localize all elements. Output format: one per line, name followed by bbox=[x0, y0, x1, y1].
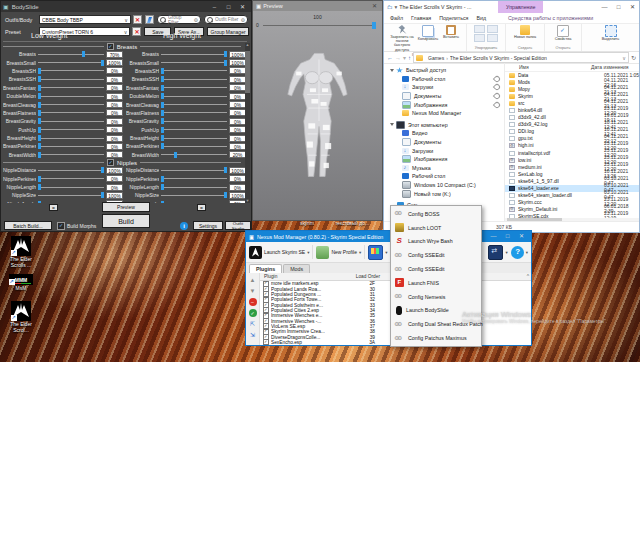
high-value-box[interactable]: 0 bbox=[229, 143, 246, 150]
body-mesh-figure[interactable] bbox=[281, 46, 357, 196]
high-value-box[interactable]: 0 bbox=[229, 126, 246, 133]
build-button[interactable]: Build bbox=[102, 214, 150, 228]
high-slider[interactable] bbox=[161, 134, 227, 142]
slider-handle[interactable] bbox=[161, 102, 164, 108]
clear-outfit-button[interactable]: ✕ bbox=[133, 15, 142, 24]
slider-handle[interactable] bbox=[161, 135, 164, 141]
high-slider[interactable] bbox=[161, 92, 227, 100]
slider-handle[interactable] bbox=[38, 85, 41, 91]
enable-plugin-icon[interactable]: ✓ bbox=[249, 309, 257, 317]
slider-handle[interactable] bbox=[38, 76, 41, 82]
slider-handle[interactable] bbox=[224, 192, 227, 198]
nav-item[interactable]: Рабочий стол bbox=[384, 75, 504, 84]
outfit-filter-input[interactable]: Outfit Filter ⚙ bbox=[204, 15, 248, 24]
chevron-icon[interactable] bbox=[390, 123, 394, 126]
tab-app-tools[interactable]: Средства работы с приложениями bbox=[508, 15, 593, 21]
slider-handle[interactable] bbox=[224, 51, 227, 57]
slider-handle[interactable] bbox=[38, 93, 41, 99]
nav-item[interactable]: Изображения bbox=[384, 100, 504, 109]
bodyslide-titlebar[interactable]: ▣ BodySlide – □ ✕ bbox=[1, 1, 251, 12]
help-button[interactable]: ▾ bbox=[511, 246, 528, 259]
low-slider[interactable] bbox=[38, 142, 104, 150]
nav-item[interactable]: Nexus Mod Manager bbox=[384, 109, 504, 118]
low-slider[interactable] bbox=[38, 134, 104, 142]
checkbox-checked-icon[interactable]: ✓ bbox=[107, 43, 114, 50]
slider-handle[interactable] bbox=[101, 192, 104, 198]
low-slider[interactable] bbox=[38, 59, 104, 67]
brush-icon-button[interactable] bbox=[145, 15, 154, 24]
slider-handle[interactable] bbox=[38, 68, 41, 74]
tab-plugins[interactable]: Plugins bbox=[249, 264, 282, 273]
close-button[interactable]: ✕ bbox=[515, 232, 528, 241]
high-value-box[interactable]: 0 bbox=[229, 184, 246, 191]
scroll-up-icon[interactable]: ▲ bbox=[245, 43, 250, 47]
nav-item[interactable]: Загрузки bbox=[384, 83, 504, 92]
menu-item[interactable]: Launch Wrye Bash bbox=[392, 235, 480, 249]
high-slider[interactable] bbox=[161, 59, 227, 67]
high-value-box[interactable]: 20 bbox=[229, 151, 246, 158]
launch-game-button[interactable]: Launch Skyrim SE ▾ bbox=[249, 246, 309, 259]
high-value-box[interactable]: 100 bbox=[229, 167, 246, 174]
weight-slider[interactable] bbox=[263, 25, 376, 26]
column-name[interactable]: Имя bbox=[505, 64, 591, 70]
high-slider[interactable] bbox=[161, 142, 227, 150]
low-slider[interactable] bbox=[38, 117, 104, 125]
high-slider[interactable] bbox=[161, 50, 227, 58]
settings-button[interactable]: Settings bbox=[193, 221, 223, 230]
low-slider[interactable] bbox=[38, 109, 104, 117]
import-load-order-icon[interactable]: ⇲ bbox=[249, 331, 257, 339]
slider-handle[interactable] bbox=[161, 184, 164, 190]
nav-item[interactable]: Музыка bbox=[384, 164, 504, 173]
gear-icon[interactable]: ⚙ bbox=[194, 17, 198, 23]
low-value-box[interactable]: 0 bbox=[106, 151, 123, 158]
group-manager-button[interactable]: Group Manager bbox=[207, 27, 249, 36]
breadcrumb[interactable]: The Elder Scrolls V Skyrim - Special Edi… bbox=[450, 55, 620, 61]
menu-item[interactable]: Config Patchus Maximus bbox=[392, 331, 480, 345]
maximize-button[interactable]: □ bbox=[222, 2, 235, 12]
high-sync-button[interactable]: = bbox=[197, 204, 206, 211]
low-value-box[interactable]: 0 bbox=[106, 67, 123, 74]
chevron-down-icon[interactable]: ▾ bbox=[307, 250, 309, 255]
nipples-category[interactable]: ✓ Nipples bbox=[3, 159, 241, 166]
slider-handle[interactable] bbox=[38, 152, 41, 158]
scroll-down-icon[interactable]: ▼ bbox=[245, 199, 250, 203]
back-icon[interactable]: ← bbox=[387, 55, 393, 61]
low-value-box[interactable]: 0 bbox=[106, 135, 123, 142]
maximize-button[interactable]: □ bbox=[612, 2, 625, 12]
close-button[interactable]: ✕ bbox=[370, 1, 379, 11]
high-slider[interactable] bbox=[161, 183, 227, 191]
clear-preset-button[interactable]: ✕ bbox=[132, 27, 141, 36]
chevron-down-icon[interactable]: ∨ bbox=[622, 55, 626, 61]
high-slider[interactable] bbox=[161, 200, 227, 203]
endorse-button[interactable]: ▾ bbox=[488, 245, 507, 260]
slider-handle[interactable] bbox=[38, 135, 41, 141]
high-value-box[interactable]: 100 bbox=[229, 51, 246, 58]
slider-handle[interactable] bbox=[224, 60, 227, 66]
outfit-body-combo[interactable]: CBBE Body TBBP∨ bbox=[39, 15, 131, 24]
desktop-icon-elder-scrolls-2[interactable]: The Elder Scrol... bbox=[4, 301, 38, 334]
slider-handle[interactable] bbox=[161, 201, 164, 203]
chevron-icon[interactable] bbox=[390, 69, 394, 72]
menu-item[interactable]: Config SSEEdit bbox=[392, 248, 480, 262]
group-filter-input[interactable]: Group Filter ⚙ bbox=[157, 15, 201, 24]
low-value-box[interactable]: 0 bbox=[106, 175, 123, 182]
tab-file[interactable]: Файл bbox=[390, 15, 403, 21]
menu-item[interactable]: Config Nemesis bbox=[392, 290, 480, 304]
slider-handle[interactable] bbox=[38, 176, 41, 182]
organize-buttons[interactable] bbox=[474, 25, 485, 42]
manage-context-tab[interactable]: Управление bbox=[498, 1, 543, 13]
slider-handle[interactable] bbox=[161, 176, 164, 182]
slider-handle[interactable] bbox=[161, 68, 164, 74]
minimize-button[interactable]: — bbox=[598, 2, 611, 12]
tab-share[interactable]: Поделиться bbox=[439, 15, 468, 21]
high-value-box[interactable]: 0 bbox=[229, 93, 246, 100]
info-icon[interactable]: i bbox=[180, 222, 188, 230]
menu-item[interactable]: Launch LOOT bbox=[392, 221, 480, 235]
slider-handle[interactable] bbox=[161, 76, 164, 82]
forward-icon[interactable]: → bbox=[395, 55, 401, 61]
high-slider[interactable] bbox=[161, 84, 227, 92]
menu-item[interactable]: Config SSEEdit bbox=[392, 262, 480, 276]
slider-handle[interactable] bbox=[38, 127, 41, 133]
desktop-icon-msm[interactable]: MMM MsM bbox=[4, 274, 38, 292]
slider-handle[interactable] bbox=[38, 143, 41, 149]
